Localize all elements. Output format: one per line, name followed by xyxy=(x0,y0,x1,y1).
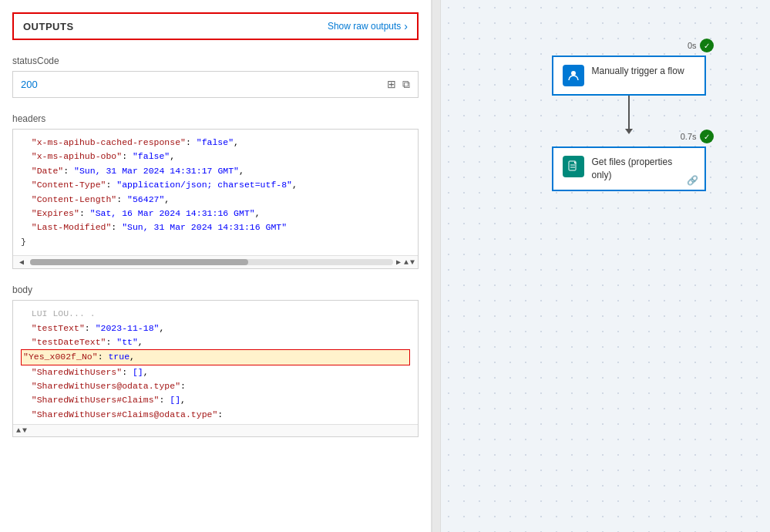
status-code-icons: ⊞ ⧉ xyxy=(387,78,410,91)
body-code-line: "SharedWithUsers#Claims@odata.type": xyxy=(21,408,410,422)
header-code-line: "Last-Modified": "Sun, 31 Mar 2024 14:31… xyxy=(21,221,410,234)
node-timing-get-files: 0.7s ✓ xyxy=(681,130,714,143)
vert-scroll-up[interactable]: ▲ xyxy=(404,258,409,267)
body-code-line: "testText": "2023-11-18", xyxy=(21,322,410,335)
body-section: body LUI LOU... . "testText": "2023-11-1… xyxy=(12,285,419,437)
flow-container: 0s ✓ Manually trigger a flow 0.7s ✓ xyxy=(552,39,706,191)
scroll-thumb xyxy=(30,259,248,265)
headers-section: headers "x-ms-apihub-cached-response": "… xyxy=(12,113,419,269)
get-files-node-label: Get files (properties only) xyxy=(592,156,695,182)
scroll-right-arrow[interactable]: ▶ xyxy=(396,258,401,267)
vert-scroll-down[interactable]: ▼ xyxy=(410,258,415,267)
node-footer-get-files: 🔗 xyxy=(687,173,698,187)
body-vert-up[interactable]: ▲ xyxy=(16,426,21,435)
node-wrapper-manually-trigger: 0s ✓ Manually trigger a flow xyxy=(552,39,706,96)
success-icon-manually-trigger: ✓ xyxy=(700,39,714,52)
show-raw-outputs-button[interactable]: Show raw outputs › xyxy=(328,20,408,32)
node-timing-manually-trigger: 0s ✓ xyxy=(688,39,714,52)
body-code-line: "Yes_x002f_No": true, xyxy=(21,349,410,365)
header-code-line: "Date": "Sun, 31 Mar 2024 14:31:17 GMT", xyxy=(21,164,410,178)
scroll-track[interactable] xyxy=(30,259,393,265)
outputs-header: OUTPUTS Show raw outputs › xyxy=(12,12,419,40)
trigger-node-label: Manually trigger a flow xyxy=(592,65,684,78)
headers-horizontal-scrollbar[interactable]: ◀ ▶ ▲ ▼ xyxy=(13,255,418,268)
headers-close-brace: } xyxy=(21,235,410,249)
status-code-box: 200 ⊞ ⧉ xyxy=(12,71,419,98)
headers-label: headers xyxy=(12,113,419,124)
link-icon: 🔗 xyxy=(687,175,698,186)
header-code-line: "x-ms-apihub-cached-response": "false", xyxy=(21,136,410,150)
outputs-title: OUTPUTS xyxy=(23,21,74,32)
header-code-line: "Content-Type": "application/json; chars… xyxy=(21,178,410,192)
body-label: body xyxy=(12,285,419,295)
header-code-line: "Expires": "Sat, 16 Mar 2024 14:31:16 GM… xyxy=(21,207,410,221)
chevron-right-icon: › xyxy=(404,20,408,32)
left-panel: OUTPUTS Show raw outputs › statusCode 20… xyxy=(0,0,432,532)
connector-line-1 xyxy=(628,96,630,130)
get-files-node-icon xyxy=(563,156,584,177)
headers-code-inner[interactable]: "x-ms-apihub-cached-response": "false", … xyxy=(13,130,418,255)
body-code-line: "SharedWithUsers@odata.type": xyxy=(21,379,410,393)
success-icon-get-files: ✓ xyxy=(700,130,714,143)
body-horizontal-scrollbar[interactable]: ▲ ▼ xyxy=(13,424,418,436)
flow-node-get-files[interactable]: Get files (properties only) 🔗 xyxy=(552,146,706,191)
trigger-node-icon xyxy=(563,65,584,86)
timing-label-get-files: 0.7s xyxy=(681,132,697,141)
body-code-line: "testDateText": "tt", xyxy=(21,335,410,349)
right-panel: 0s ✓ Manually trigger a flow 0.7s ✓ xyxy=(441,0,770,532)
show-raw-label: Show raw outputs xyxy=(328,21,401,32)
header-code-line: "x-ms-apihub-obo": "false", xyxy=(21,150,410,163)
body-code-inner[interactable]: LUI LOU... . "testText": "2023-11-18", "… xyxy=(13,301,418,424)
panel-divider xyxy=(432,0,441,532)
header-code-line: "Content-Length": "56427", xyxy=(21,193,410,207)
body-comment-line: LUI LOU... . xyxy=(21,307,410,321)
status-code-label: statusCode xyxy=(12,56,419,66)
body-code-line: "SharedWithUsers#Claims": [], xyxy=(21,393,410,407)
copy-icon[interactable]: ⧉ xyxy=(402,78,410,91)
node-wrapper-get-files: 0.7s ✓ Get files (properties only) 🔗 xyxy=(552,130,706,191)
timing-label-manually-trigger: 0s xyxy=(688,41,697,50)
status-code-section: statusCode 200 ⊞ ⧉ xyxy=(12,56,419,98)
svg-point-0 xyxy=(571,71,576,76)
body-code-box: LUI LOU... . "testText": "2023-11-18", "… xyxy=(12,300,419,437)
body-code-line: "SharedWithUsers": [], xyxy=(21,365,410,379)
body-vert-down[interactable]: ▼ xyxy=(22,426,27,435)
scroll-left-arrow[interactable]: ◀ xyxy=(16,258,27,267)
status-code-value: 200 xyxy=(21,79,38,90)
grid-icon[interactable]: ⊞ xyxy=(387,78,396,91)
headers-code-box: "x-ms-apihub-cached-response": "false", … xyxy=(12,129,419,269)
flow-node-manually-trigger[interactable]: Manually trigger a flow xyxy=(552,56,706,96)
